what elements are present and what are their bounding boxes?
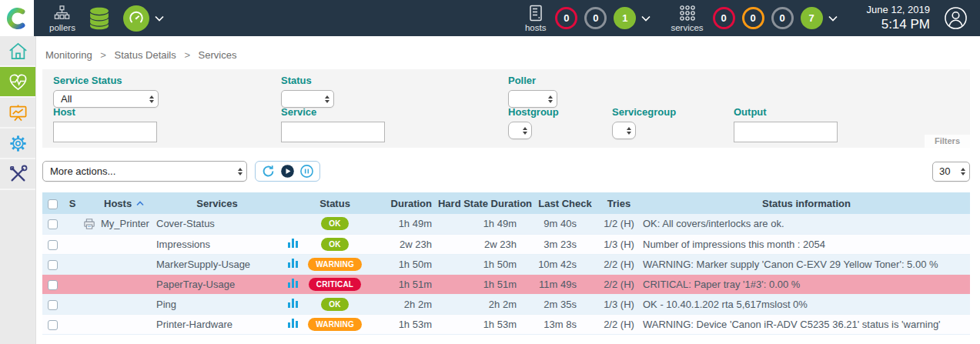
chevron-down-icon[interactable] — [641, 15, 651, 22]
row-s-cell — [62, 314, 82, 334]
service-name[interactable]: Printer-Hardware — [156, 319, 232, 330]
hard-state-duration-cell: 1h 49m — [435, 214, 535, 234]
graph-icon[interactable] — [288, 318, 298, 328]
refresh-icon — [261, 164, 276, 179]
select-all-checkbox[interactable] — [48, 199, 58, 209]
sidebar-item-home[interactable] — [0, 36, 35, 67]
breadcrumb: Monitoring > Status Details > Services — [45, 49, 970, 61]
sidebar-item-administration[interactable] — [0, 159, 35, 190]
header-status-information[interactable]: Status information — [643, 192, 970, 214]
select-all-header — [42, 192, 62, 214]
counter-badge[interactable]: 7 — [801, 7, 823, 29]
host-cell[interactable]: My_Printer — [82, 218, 152, 230]
more-actions-select[interactable]: More actions... — [42, 161, 247, 182]
row-s-cell — [62, 274, 82, 294]
status-information-cell: WARNING: Device 'Canon iR-ADV C5235 36.2… — [643, 314, 970, 334]
pollers-status-button[interactable]: pollers — [49, 5, 75, 32]
service-name[interactable]: Cover-Status — [156, 218, 215, 229]
database-icon — [85, 4, 114, 33]
service-input[interactable] — [281, 122, 385, 142]
counter-badge[interactable]: 0 — [742, 7, 764, 29]
counter-badge[interactable]: 0 — [555, 7, 577, 29]
services-status-button[interactable]: services — [671, 4, 703, 32]
graph-icon[interactable] — [288, 258, 298, 268]
hostgroup-select[interactable] — [508, 122, 532, 139]
row-checkbox[interactable] — [48, 260, 58, 270]
tries-cell: 2/2 (H) — [595, 274, 643, 294]
output-input[interactable] — [734, 122, 838, 142]
hostgroup-label: Hostgroup — [508, 106, 559, 118]
row-checkbox[interactable] — [48, 320, 58, 330]
header-status[interactable]: Status — [303, 192, 367, 214]
select-stepper-icon — [325, 95, 329, 103]
graph-icon[interactable] — [288, 298, 298, 308]
play-button[interactable] — [280, 164, 295, 179]
breadcrumb-status-details[interactable]: Status Details — [115, 49, 176, 61]
status-information-cell: OK - 10.40.1.202 rta 5,617mslost 0% — [643, 294, 970, 314]
home-icon — [8, 41, 28, 62]
row-checkbox[interactable] — [48, 300, 58, 310]
header-last-check[interactable]: Last Check — [535, 192, 595, 214]
sidebar-item-reporting[interactable] — [0, 98, 35, 129]
centreon-logo[interactable] — [0, 0, 34, 36]
page-size-select[interactable]: 30 — [932, 162, 970, 182]
counter-badge[interactable]: 0 — [713, 7, 735, 29]
chevron-down-icon[interactable] — [828, 15, 838, 22]
sidebar-item-configuration[interactable] — [0, 129, 35, 159]
status-select[interactable] — [281, 90, 334, 108]
table-row: Ping OK 2h 2m 2h 2m 2m 35s 1/3 (H) OK - … — [42, 294, 970, 314]
status-badge: WARNING — [308, 318, 362, 331]
counter-badge[interactable]: 1 — [614, 7, 636, 29]
table-header-row: S Hosts Services Status Duration Hard St… — [42, 192, 970, 214]
host-input[interactable] — [53, 122, 157, 142]
gauge-status-button[interactable] — [123, 5, 164, 32]
chevron-down-icon[interactable] — [155, 15, 164, 22]
header-services[interactable]: Services — [152, 192, 283, 214]
database-status-button[interactable] — [85, 4, 114, 33]
counter-badge[interactable]: 0 — [771, 7, 794, 29]
counter-badge[interactable]: 0 — [584, 7, 607, 29]
header-hosts[interactable]: Hosts — [82, 192, 152, 214]
service-name[interactable]: Ping — [156, 299, 176, 310]
pause-button[interactable] — [299, 164, 314, 179]
filters-tab[interactable]: Filters — [925, 135, 970, 148]
graph-icon[interactable] — [288, 278, 298, 288]
header-graph — [283, 192, 303, 214]
row-checkbox[interactable] — [48, 219, 58, 229]
user-avatar-icon[interactable] — [944, 6, 968, 30]
sidebar-item-monitoring[interactable] — [0, 67, 35, 98]
status-badge: OK — [321, 238, 348, 251]
service-name[interactable]: MarkerSupply-Usage — [156, 259, 250, 270]
row-checkbox[interactable] — [48, 240, 58, 250]
header-tries[interactable]: Tries — [595, 192, 643, 214]
services-icon — [678, 4, 697, 22]
duration-cell: 2h 2m — [367, 294, 435, 314]
status-badge: WARNING — [308, 258, 362, 271]
service-name[interactable]: Impressions — [156, 239, 210, 250]
header-hard-state-duration[interactable]: Hard State Duration — [435, 192, 535, 214]
status-label: Status — [281, 75, 334, 86]
breadcrumb-services[interactable]: Services — [199, 49, 237, 61]
select-stepper-icon — [961, 168, 965, 175]
hosts-status-button[interactable]: hosts — [525, 4, 547, 32]
refresh-button[interactable] — [261, 164, 276, 179]
servicegroup-select[interactable] — [612, 122, 636, 139]
header-duration[interactable]: Duration — [367, 192, 435, 214]
sidebar — [0, 36, 36, 344]
gear-icon — [8, 133, 28, 154]
graph-icon[interactable] — [288, 238, 298, 248]
row-s-cell — [62, 214, 82, 234]
row-checkbox[interactable] — [48, 280, 58, 290]
select-stepper-icon — [548, 95, 553, 103]
hosts-status-group: hosts 001 — [525, 4, 651, 32]
host-label: Host — [53, 106, 157, 118]
centreon-c-icon — [5, 6, 29, 31]
services-counters: 0007 — [713, 7, 823, 29]
service-status-select[interactable]: All — [53, 90, 159, 108]
status-badge: OK — [321, 298, 348, 311]
poller-select[interactable] — [508, 90, 557, 108]
pollers-label: pollers — [49, 23, 75, 32]
header-s[interactable]: S — [62, 192, 82, 214]
breadcrumb-monitoring[interactable]: Monitoring — [45, 49, 92, 61]
service-name[interactable]: PaperTray-Usage — [156, 279, 235, 290]
